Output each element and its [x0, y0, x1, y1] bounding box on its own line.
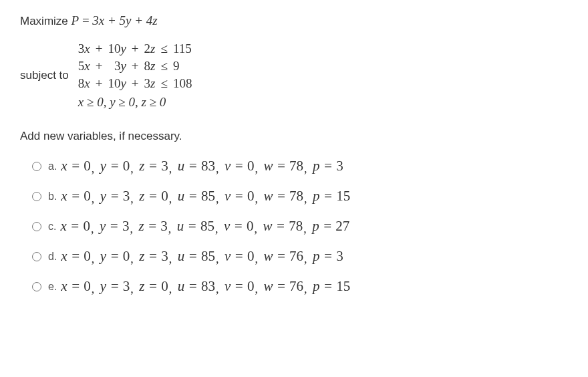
- option-radio-e[interactable]: [32, 282, 41, 291]
- constraint-row: 3x+10y+2z≤115: [76, 40, 195, 57]
- option-row-d: d.x = 0y = 0z = 3u = 85v = 0w = 76p = 3: [32, 248, 568, 265]
- option-expression: x = 0y = 3z = 0u = 85v = 0w = 78p = 15: [61, 188, 350, 205]
- option-radio-d[interactable]: [32, 252, 41, 261]
- option-radio-a[interactable]: [32, 162, 41, 171]
- options-list: a.x = 0y = 0z = 3u = 83v = 0w = 78p = 3b…: [20, 158, 568, 295]
- option-expression: x = 0y = 0z = 3u = 83v = 0w = 78p = 3: [61, 158, 343, 174]
- objective-rhs: 3x + 5y + 4z: [92, 13, 157, 27]
- maximize-line: Maximize P = 3x + 5y + 4z: [20, 13, 568, 28]
- subject-to-block: subject to 3x+10y+2z≤1155x+3y+8z≤98x+10y…: [20, 40, 568, 111]
- option-letter: d.: [48, 251, 57, 263]
- option-letter: c.: [48, 221, 56, 233]
- option-row-e: e.x = 0y = 3z = 0u = 83v = 0w = 76p = 15: [32, 278, 568, 295]
- option-letter: a.: [48, 160, 57, 172]
- option-row-c: c.x = 0y = 3z = 3u = 85v = 0w = 78p = 27: [32, 218, 568, 235]
- option-row-a: a.x = 0y = 0z = 3u = 83v = 0w = 78p = 3: [32, 158, 568, 174]
- option-expression: x = 0y = 3z = 0u = 83v = 0w = 76p = 15: [61, 278, 350, 295]
- maximize-label: Maximize: [20, 15, 68, 27]
- subject-to-label: subject to: [20, 69, 69, 82]
- constraints-table: 3x+10y+2z≤1155x+3y+8z≤98x+10y+3z≤108x ≥ …: [76, 40, 195, 111]
- constraint-row: 5x+3y+8z≤9: [76, 57, 195, 75]
- constraint-row: 8x+10y+3z≤108: [76, 75, 195, 92]
- instruction-text: Add new variables, if necessary.: [20, 130, 568, 143]
- option-radio-b[interactable]: [32, 192, 41, 201]
- option-radio-c[interactable]: [32, 222, 41, 231]
- option-letter: e.: [48, 281, 57, 293]
- nonneg-row: x ≥ 0, y ≥ 0, z ≥ 0: [76, 92, 195, 111]
- option-expression: x = 0y = 3z = 3u = 85v = 0w = 78p = 27: [60, 218, 349, 235]
- option-letter: b.: [48, 191, 57, 203]
- option-row-b: b.x = 0y = 3z = 0u = 85v = 0w = 78p = 15: [32, 188, 568, 205]
- objective-lhs: P: [71, 13, 80, 27]
- option-expression: x = 0y = 0z = 3u = 85v = 0w = 76p = 3: [61, 248, 343, 265]
